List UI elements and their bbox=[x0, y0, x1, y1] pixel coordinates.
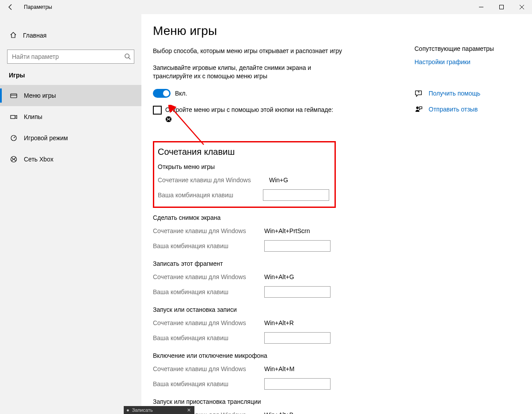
shortcut-group-open-gamebar: Открыть меню игры Сочетание клавиш для W… bbox=[158, 163, 329, 201]
graphics-settings-link[interactable]: Настройки графики bbox=[414, 58, 516, 65]
svg-point-14 bbox=[416, 107, 419, 109]
sidebar-item-label: Меню игры bbox=[24, 92, 56, 99]
shortcut-windows-value: Win+Alt+R bbox=[264, 319, 294, 326]
captures-icon bbox=[10, 113, 18, 120]
gamepad-checkbox-textwrap: Откройте меню игры с помощью этой кнопки… bbox=[165, 106, 333, 125]
related-settings-heading: Сопутствующие параметры bbox=[414, 45, 516, 52]
svg-rect-8 bbox=[11, 115, 15, 119]
shortcut-windows-value: Win+Alt+B bbox=[264, 411, 293, 414]
close-button[interactable] bbox=[512, 0, 532, 14]
shortcut-group-screenshot: Сделать снимок экрана Сочетание клавиш д… bbox=[153, 214, 336, 252]
shortcut-custom-label: Ваша комбинация клавиш bbox=[153, 380, 264, 387]
svg-rect-1 bbox=[500, 5, 504, 9]
help-icon bbox=[414, 89, 422, 97]
gamepad-checkbox[interactable] bbox=[153, 106, 162, 115]
page-desc-2: Записывайте игровые клипы, делайте снимк… bbox=[153, 64, 347, 81]
xbox-button-icon bbox=[165, 116, 172, 124]
sidebar-item-game-bar[interactable]: Меню игры bbox=[0, 85, 141, 106]
shortcut-custom-input[interactable] bbox=[264, 378, 331, 390]
shortcut-title: Включение или отключение микрофона bbox=[153, 352, 336, 359]
toggle-label: Вкл. bbox=[175, 90, 187, 97]
shortcut-windows-label: Сочетание клавиш для Windows bbox=[153, 365, 264, 372]
shortcut-windows-label: Сочетание клавиш для Windows bbox=[153, 273, 264, 280]
record-overlay-strip[interactable]: ● Записать ✕ bbox=[124, 406, 194, 414]
shortcut-title: Записать этот фрагмент bbox=[153, 260, 336, 267]
feedback-row[interactable]: Отправить отзыв bbox=[414, 105, 516, 113]
shortcut-group-start-stop-record: Запуск или остановка записи Сочетание кл… bbox=[153, 306, 336, 344]
recording-toggle[interactable] bbox=[153, 89, 171, 98]
shortcut-title: Открыть меню игры bbox=[158, 163, 329, 170]
shortcut-windows-label: Сочетание клавиш для Windows bbox=[153, 319, 264, 326]
sidebar-item-xbox-network[interactable]: Сеть Xbox bbox=[0, 149, 141, 170]
shortcut-custom-input[interactable] bbox=[264, 332, 331, 344]
sidebar-item-label: Сеть Xbox bbox=[24, 156, 53, 163]
shortcut-custom-label: Ваша комбинация клавиш bbox=[153, 288, 264, 295]
shortcut-windows-label: Сочетание клавиш для Windows bbox=[158, 176, 269, 184]
sidebar-item-captures[interactable]: Клипы bbox=[0, 106, 141, 127]
shortcut-title: Сделать снимок экрана bbox=[153, 214, 336, 221]
feedback-icon bbox=[414, 105, 422, 113]
back-button[interactable] bbox=[0, 0, 21, 14]
shortcut-windows-value: Win+Alt+G bbox=[264, 273, 294, 280]
shortcut-group-mic-toggle: Включение или отключение микрофона Сочет… bbox=[153, 352, 336, 390]
home-icon bbox=[10, 31, 17, 40]
sidebar-item-game-mode[interactable]: Игровой режим bbox=[0, 127, 141, 149]
feedback-link: Отправить отзыв bbox=[429, 106, 478, 113]
shortcuts-rest: Сделать снимок экрана Сочетание клавиш д… bbox=[153, 214, 336, 414]
gamepad-checkbox-row: Откройте меню игры с помощью этой кнопки… bbox=[153, 106, 356, 125]
sidebar: Главная Игры Меню игры Клипы Игровой реж… bbox=[0, 14, 141, 414]
shortcut-custom-input[interactable] bbox=[264, 286, 331, 298]
right-rail: Сопутствующие параметры Настройки график… bbox=[414, 45, 516, 121]
record-dot-icon: ● bbox=[126, 407, 129, 413]
search-wrap bbox=[7, 50, 134, 64]
shortcuts-heading: Сочетания клавиш bbox=[158, 147, 329, 157]
svg-point-13 bbox=[418, 92, 418, 93]
shortcut-title: Запуск или остановка записи bbox=[153, 306, 336, 313]
shortcut-windows-label: Сочетание клавиш для Windows bbox=[153, 227, 264, 234]
recording-toggle-row: Вкл. bbox=[153, 89, 399, 98]
shortcut-custom-label: Ваша комбинация клавиш bbox=[158, 192, 263, 199]
shortcut-custom-label: Ваша комбинация клавиш bbox=[153, 334, 264, 341]
settings-window: Параметры Главная Игры Меню игры Клипы И… bbox=[0, 0, 532, 414]
window-title: Параметры bbox=[24, 4, 52, 10]
page-title: Меню игры bbox=[153, 24, 399, 38]
svg-line-5 bbox=[129, 58, 130, 59]
window-controls bbox=[471, 0, 532, 14]
svg-rect-6 bbox=[11, 94, 17, 98]
search-input[interactable] bbox=[7, 50, 134, 64]
shortcut-custom-input[interactable] bbox=[263, 189, 329, 201]
sidebar-category: Игры bbox=[9, 72, 141, 79]
gamepad-checkbox-label: Откройте меню игры с помощью этой кнопки… bbox=[165, 106, 333, 113]
close-overlay-icon[interactable]: ✕ bbox=[187, 407, 194, 413]
get-help-row[interactable]: Получить помощь bbox=[414, 89, 516, 97]
gauge-icon bbox=[10, 134, 18, 142]
page-desc-1: Выбор способа, которым меню игры открыва… bbox=[153, 47, 347, 56]
sidebar-home-label: Главная bbox=[23, 32, 46, 39]
svg-line-10 bbox=[14, 137, 15, 138]
sidebar-item-label: Клипы bbox=[24, 113, 42, 120]
search-icon bbox=[124, 53, 131, 61]
maximize-button[interactable] bbox=[491, 0, 512, 14]
sidebar-home[interactable]: Главная bbox=[0, 27, 141, 44]
shortcut-custom-input[interactable] bbox=[264, 240, 331, 252]
xbox-icon bbox=[10, 156, 18, 163]
titlebar: Параметры bbox=[0, 0, 532, 14]
svg-point-4 bbox=[125, 54, 129, 58]
shortcut-custom-label: Ваша комбинация клавиш bbox=[153, 242, 264, 249]
shortcut-group-record-that: Записать этот фрагмент Сочетание клавиш … bbox=[153, 260, 336, 298]
minimize-button[interactable] bbox=[471, 0, 491, 14]
shortcut-windows-value: Win+Alt+M bbox=[264, 365, 294, 372]
shortcut-title: Запуск или приостановка трансляции bbox=[153, 398, 336, 405]
shortcut-windows-value: Win+G bbox=[269, 176, 288, 184]
get-help-link: Получить помощь bbox=[429, 90, 480, 97]
shortcut-windows-value: Win+Alt+PrtScrn bbox=[264, 227, 310, 234]
shortcuts-highlight-box: Сочетания клавиш Открыть меню игры Сочет… bbox=[153, 141, 336, 208]
record-overlay-label: Записать bbox=[132, 407, 153, 413]
main: Меню игры Выбор способа, которым меню иг… bbox=[141, 14, 532, 414]
gamebar-icon bbox=[10, 92, 18, 99]
sidebar-item-label: Игровой режим bbox=[24, 134, 68, 142]
